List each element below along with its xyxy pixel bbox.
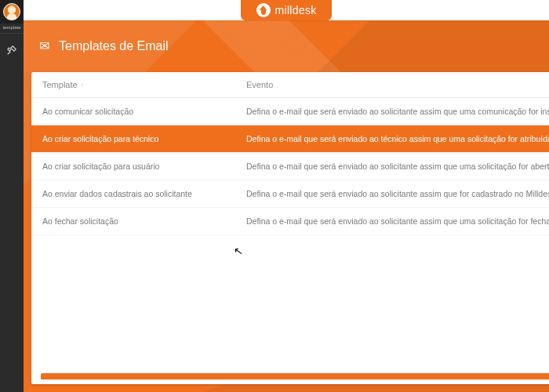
cell-template: Ao enviar dados cadastrais ao solicitant… [42, 189, 246, 198]
table-row[interactable]: Ao fechar solicitaçãoDefina o e-mail que… [31, 208, 549, 235]
card-background: Template ↑ Evento Ao comunicar solicitaç… [24, 72, 549, 392]
column-header-event[interactable]: Evento [246, 80, 549, 89]
avatar[interactable] [0, 0, 24, 24]
cell-template: Ao criar solicitação para técnico [42, 134, 246, 143]
cell-event: Defina o e-mail que será enviado ao soli… [246, 107, 549, 116]
cell-event: Defina o e-mail que será enviado ao técn… [246, 134, 549, 143]
table-row[interactable]: Ao comunicar solicitaçãoDefina o e-mail … [31, 98, 549, 125]
cell-template: Ao comunicar solicitação [42, 107, 246, 116]
card-footer-strip [41, 373, 549, 379]
column-header-event-label: Evento [246, 80, 273, 89]
cell-event: Defina o e-mail que será enviado ao soli… [246, 162, 549, 171]
sidebar-divider [0, 33, 24, 34]
tools-icon[interactable] [0, 38, 24, 62]
brand-logo-icon [256, 3, 271, 17]
main-area: milldesk ✉ Templates de Email Template ↑… [24, 0, 549, 392]
cell-template: Ao criar solicitação para usuário [42, 162, 246, 171]
table-row[interactable]: Ao criar solicitação para técnicoDefina … [31, 125, 549, 153]
column-header-template[interactable]: Template ↑ [42, 80, 246, 89]
cell-event: Defina o e-mail que será enviado ao soli… [246, 216, 549, 226]
page-title: Templates de Email [59, 39, 169, 53]
cell-template: Ao fechar solicitação [42, 216, 246, 226]
page-header: ✉ Templates de Email [24, 20, 549, 72]
table-header: Template ↑ Evento [31, 72, 549, 98]
sidebar-current-label: template [2, 25, 20, 30]
brand-badge[interactable]: milldesk [241, 0, 333, 20]
left-sidebar: template [0, 0, 24, 392]
column-header-template-label: Template [42, 80, 78, 89]
table-row[interactable]: Ao criar solicitação para usuárioDefina … [31, 153, 549, 180]
top-bar: milldesk [24, 0, 549, 20]
brand-name: milldesk [275, 4, 317, 16]
avatar-icon [3, 3, 20, 20]
table-row[interactable]: Ao enviar dados cadastrais ao solicitant… [31, 180, 549, 208]
cell-event: Defina o e-mail que será enviado ao soli… [246, 189, 549, 198]
mail-icon: ✉ [39, 40, 49, 53]
table-body: Ao comunicar solicitaçãoDefina o e-mail … [31, 98, 549, 236]
templates-card: Template ↑ Evento Ao comunicar solicitaç… [31, 72, 549, 384]
sort-asc-icon: ↑ [81, 82, 84, 89]
